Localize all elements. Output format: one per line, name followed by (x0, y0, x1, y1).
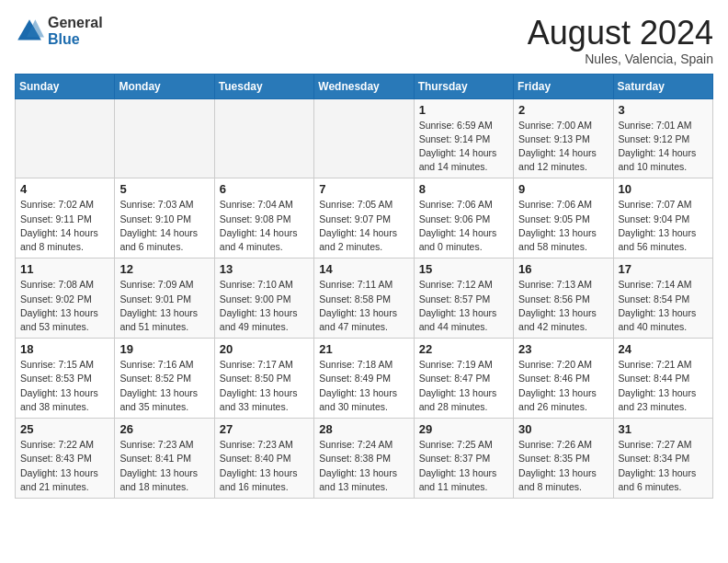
day-info: Sunrise: 7:18 AM Sunset: 8:49 PM Dayligh… (319, 358, 408, 414)
weekday-header-row: SundayMondayTuesdayWednesdayThursdayFrid… (16, 74, 713, 98)
day-info: Sunrise: 7:10 AM Sunset: 9:00 PM Dayligh… (220, 278, 309, 334)
day-info: Sunrise: 7:12 AM Sunset: 8:57 PM Dayligh… (419, 278, 508, 334)
day-number: 31 (619, 422, 708, 436)
calendar-cell (115, 98, 214, 178)
day-info: Sunrise: 7:16 AM Sunset: 8:52 PM Dayligh… (119, 358, 209, 414)
calendar-cell: 2Sunrise: 7:00 AM Sunset: 9:13 PM Daylig… (514, 98, 613, 178)
weekday-header-wednesday: Wednesday (314, 74, 414, 98)
calendar-cell: 8Sunrise: 7:06 AM Sunset: 9:06 PM Daylig… (414, 178, 513, 259)
logo-blue-text: Blue (48, 31, 103, 48)
logo: General Blue (15, 15, 103, 47)
calendar-cell: 13Sunrise: 7:10 AM Sunset: 9:00 PM Dayli… (214, 259, 313, 339)
day-info: Sunrise: 7:17 AM Sunset: 8:50 PM Dayligh… (220, 358, 309, 414)
calendar-cell: 15Sunrise: 7:12 AM Sunset: 8:57 PM Dayli… (414, 259, 513, 339)
day-number: 4 (20, 182, 109, 196)
day-number: 16 (518, 262, 608, 276)
calendar-cell: 10Sunrise: 7:07 AM Sunset: 9:04 PM Dayli… (613, 178, 712, 259)
calendar-cell: 14Sunrise: 7:11 AM Sunset: 8:58 PM Dayli… (314, 259, 414, 339)
calendar-cell: 31Sunrise: 7:27 AM Sunset: 8:34 PM Dayli… (613, 419, 712, 499)
calendar-cell: 25Sunrise: 7:22 AM Sunset: 8:43 PM Dayli… (16, 419, 115, 499)
header: General Blue August 2024 Nules, Valencia… (15, 15, 713, 66)
weekday-header-friday: Friday (514, 74, 613, 98)
day-number: 12 (119, 262, 209, 276)
day-number: 14 (319, 262, 408, 276)
day-info: Sunrise: 7:04 AM Sunset: 9:08 PM Dayligh… (220, 198, 309, 254)
day-number: 5 (119, 182, 209, 196)
day-number: 28 (319, 422, 408, 436)
calendar-cell: 26Sunrise: 7:23 AM Sunset: 8:41 PM Dayli… (115, 419, 214, 499)
weekday-header-tuesday: Tuesday (214, 74, 313, 98)
calendar-cell: 21Sunrise: 7:18 AM Sunset: 8:49 PM Dayli… (314, 339, 414, 419)
calendar-cell: 9Sunrise: 7:06 AM Sunset: 9:05 PM Daylig… (514, 178, 613, 259)
calendar-cell: 28Sunrise: 7:24 AM Sunset: 8:38 PM Dayli… (314, 419, 414, 499)
day-number: 9 (518, 182, 608, 196)
calendar-week-row: 25Sunrise: 7:22 AM Sunset: 8:43 PM Dayli… (16, 419, 713, 499)
day-info: Sunrise: 6:59 AM Sunset: 9:14 PM Dayligh… (419, 119, 508, 175)
calendar-week-row: 18Sunrise: 7:15 AM Sunset: 8:53 PM Dayli… (16, 339, 713, 419)
day-info: Sunrise: 7:08 AM Sunset: 9:02 PM Dayligh… (20, 278, 109, 334)
day-info: Sunrise: 7:01 AM Sunset: 9:12 PM Dayligh… (619, 119, 708, 175)
day-info: Sunrise: 7:25 AM Sunset: 8:37 PM Dayligh… (419, 438, 508, 494)
day-info: Sunrise: 7:03 AM Sunset: 9:10 PM Dayligh… (119, 198, 209, 254)
day-info: Sunrise: 7:06 AM Sunset: 9:05 PM Dayligh… (518, 198, 608, 254)
day-info: Sunrise: 7:20 AM Sunset: 8:46 PM Dayligh… (518, 358, 608, 414)
calendar-cell (16, 98, 115, 178)
day-number: 29 (419, 422, 508, 436)
logo-general-text: General (48, 15, 103, 31)
calendar-cell: 3Sunrise: 7:01 AM Sunset: 9:12 PM Daylig… (613, 98, 712, 178)
day-number: 18 (20, 342, 109, 356)
calendar-week-row: 11Sunrise: 7:08 AM Sunset: 9:02 PM Dayli… (16, 259, 713, 339)
day-info: Sunrise: 7:09 AM Sunset: 9:01 PM Dayligh… (119, 278, 209, 334)
day-number: 19 (119, 342, 209, 356)
day-number: 21 (319, 342, 408, 356)
day-number: 17 (619, 262, 708, 276)
logo-icon (15, 17, 44, 46)
calendar-cell: 7Sunrise: 7:05 AM Sunset: 9:07 PM Daylig… (314, 178, 414, 259)
weekday-header-monday: Monday (115, 74, 214, 98)
day-info: Sunrise: 7:05 AM Sunset: 9:07 PM Dayligh… (319, 198, 408, 254)
calendar-cell: 11Sunrise: 7:08 AM Sunset: 9:02 PM Dayli… (16, 259, 115, 339)
day-info: Sunrise: 7:02 AM Sunset: 9:11 PM Dayligh… (20, 198, 109, 254)
day-info: Sunrise: 7:13 AM Sunset: 8:56 PM Dayligh… (518, 278, 608, 334)
day-info: Sunrise: 7:23 AM Sunset: 8:40 PM Dayligh… (220, 438, 309, 494)
calendar-week-row: 1Sunrise: 6:59 AM Sunset: 9:14 PM Daylig… (16, 98, 713, 178)
day-info: Sunrise: 7:15 AM Sunset: 8:53 PM Dayligh… (20, 358, 109, 414)
weekday-header-sunday: Sunday (16, 74, 115, 98)
day-number: 7 (319, 182, 408, 196)
day-number: 8 (419, 182, 508, 196)
day-number: 30 (518, 422, 608, 436)
day-number: 11 (20, 262, 109, 276)
calendar-cell: 24Sunrise: 7:21 AM Sunset: 8:44 PM Dayli… (613, 339, 712, 419)
day-info: Sunrise: 7:26 AM Sunset: 8:35 PM Dayligh… (518, 438, 608, 494)
title-area: August 2024 Nules, Valencia, Spain (528, 15, 713, 66)
day-number: 2 (518, 103, 608, 117)
day-number: 26 (119, 422, 209, 436)
day-info: Sunrise: 7:00 AM Sunset: 9:13 PM Dayligh… (518, 119, 608, 175)
day-number: 10 (619, 182, 708, 196)
day-number: 23 (518, 342, 608, 356)
calendar-cell: 18Sunrise: 7:15 AM Sunset: 8:53 PM Dayli… (16, 339, 115, 419)
day-info: Sunrise: 7:27 AM Sunset: 8:34 PM Dayligh… (619, 438, 708, 494)
day-number: 1 (419, 103, 508, 117)
day-info: Sunrise: 7:24 AM Sunset: 8:38 PM Dayligh… (319, 438, 408, 494)
day-number: 24 (619, 342, 708, 356)
day-number: 25 (20, 422, 109, 436)
calendar-cell: 1Sunrise: 6:59 AM Sunset: 9:14 PM Daylig… (414, 98, 513, 178)
day-number: 6 (220, 182, 309, 196)
calendar-cell: 29Sunrise: 7:25 AM Sunset: 8:37 PM Dayli… (414, 419, 513, 499)
calendar-cell: 12Sunrise: 7:09 AM Sunset: 9:01 PM Dayli… (115, 259, 214, 339)
calendar-cell (314, 98, 414, 178)
calendar-week-row: 4Sunrise: 7:02 AM Sunset: 9:11 PM Daylig… (16, 178, 713, 259)
calendar-cell: 30Sunrise: 7:26 AM Sunset: 8:35 PM Dayli… (514, 419, 613, 499)
day-number: 13 (220, 262, 309, 276)
calendar-cell: 16Sunrise: 7:13 AM Sunset: 8:56 PM Dayli… (514, 259, 613, 339)
calendar-cell: 5Sunrise: 7:03 AM Sunset: 9:10 PM Daylig… (115, 178, 214, 259)
day-info: Sunrise: 7:23 AM Sunset: 8:41 PM Dayligh… (119, 438, 209, 494)
calendar-cell: 20Sunrise: 7:17 AM Sunset: 8:50 PM Dayli… (214, 339, 313, 419)
day-number: 15 (419, 262, 508, 276)
calendar-cell: 4Sunrise: 7:02 AM Sunset: 9:11 PM Daylig… (16, 178, 115, 259)
day-info: Sunrise: 7:14 AM Sunset: 8:54 PM Dayligh… (619, 278, 708, 334)
day-info: Sunrise: 7:11 AM Sunset: 8:58 PM Dayligh… (319, 278, 408, 334)
day-info: Sunrise: 7:07 AM Sunset: 9:04 PM Dayligh… (619, 198, 708, 254)
logo-text: General Blue (48, 15, 103, 47)
